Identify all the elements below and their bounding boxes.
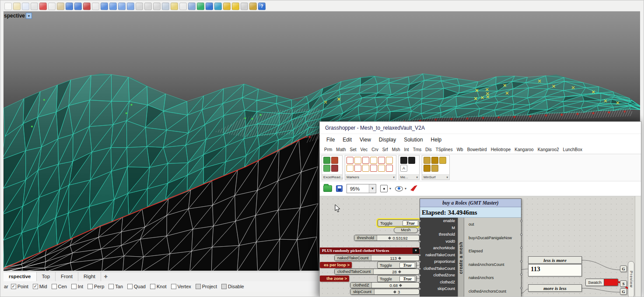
tab-Wb[interactable]: Wb bbox=[457, 147, 463, 152]
osnap-Cen-checkbox[interactable] bbox=[52, 284, 57, 289]
redo-icon[interactable] bbox=[74, 3, 82, 10]
cut-icon[interactable] bbox=[39, 3, 47, 10]
menu-View[interactable]: View bbox=[356, 137, 375, 143]
osnap-Int[interactable]: Int bbox=[71, 284, 83, 289]
toggle-proportional[interactable]: Toggle True bbox=[377, 262, 416, 269]
print-icon[interactable] bbox=[31, 3, 38, 10]
tab-Crv[interactable]: Crv bbox=[371, 147, 378, 152]
input-grip-icon[interactable] bbox=[419, 233, 421, 236]
slider-grip-icon[interactable] bbox=[393, 290, 396, 293]
input-grip-icon[interactable] bbox=[419, 220, 421, 222]
move-icon[interactable] bbox=[136, 3, 143, 10]
output-nakedAnchors[interactable]: nakedAnchors bbox=[464, 271, 521, 285]
grasshopper-title[interactable]: Grasshopper - Mesh_to_relaxedVault_V2A bbox=[320, 122, 641, 134]
tab-LunchBox[interactable]: LunchBox bbox=[563, 147, 582, 152]
rotate-icon[interactable] bbox=[144, 3, 152, 10]
menu-Solution[interactable]: Solution bbox=[400, 137, 427, 143]
input-clothedZ[interactable]: clothedZ bbox=[420, 279, 458, 286]
marker-6-icon[interactable] bbox=[386, 157, 393, 164]
marker-3-icon[interactable] bbox=[362, 157, 369, 164]
globe-blue-icon[interactable] bbox=[206, 3, 213, 10]
globe-green-icon[interactable] bbox=[197, 3, 204, 10]
panel-value-113[interactable]: 113 bbox=[528, 264, 582, 276]
input-clothedZone[interactable]: clothedZone bbox=[420, 272, 458, 279]
panel-dropdown-icon[interactable]: ▼ bbox=[413, 248, 419, 254]
preview-eye-icon[interactable] bbox=[395, 186, 403, 191]
gh-canvas[interactable]: Toggle True Mesh threshold 0.53192 PLUS … bbox=[320, 196, 635, 297]
tab-Kangaroo2[interactable]: Kangaroo2 bbox=[538, 147, 559, 152]
swatch-component[interactable]: Swatch bbox=[585, 279, 618, 286]
save-icon[interactable] bbox=[22, 3, 29, 10]
excel-read-icon[interactable] bbox=[323, 157, 330, 164]
mesh-param[interactable]: Mesh bbox=[394, 227, 418, 233]
input-grip-icon[interactable] bbox=[419, 274, 421, 276]
panel-more-is-less[interactable]: more is less bbox=[528, 284, 582, 292]
output-clothedAnchorsCount[interactable]: clothedAnchorsCount bbox=[464, 285, 521, 297]
group-label-me[interactable]: Me...▾ bbox=[399, 174, 419, 180]
input-clothedTakeCount[interactable]: clothedTakeCount bbox=[420, 265, 458, 272]
scale-icon[interactable] bbox=[153, 3, 161, 10]
osnap-Knot[interactable]: Knot bbox=[150, 284, 167, 289]
input-skipCount[interactable]: skipCount bbox=[420, 286, 458, 293]
delete-icon[interactable] bbox=[83, 3, 91, 10]
minsurf-2-icon[interactable] bbox=[431, 157, 438, 164]
tab-Int[interactable]: Int bbox=[404, 147, 409, 152]
text-tag-icon[interactable]: A bbox=[400, 165, 407, 172]
slider-grip-icon[interactable] bbox=[398, 256, 401, 259]
osnap-Vertex-checkbox[interactable] bbox=[171, 284, 176, 289]
input-proportional[interactable]: proportional bbox=[420, 258, 458, 265]
swatch-color[interactable] bbox=[604, 279, 618, 286]
slider-nakedTakeCount[interactable]: nakedTakeCount 113 bbox=[334, 255, 420, 261]
osnap-Vertex[interactable]: Vertex bbox=[171, 284, 191, 289]
open-document-icon[interactable] bbox=[323, 185, 332, 192]
slider-value[interactable]: 113 bbox=[371, 255, 419, 261]
osnap-Disable[interactable]: Disable bbox=[221, 284, 244, 289]
slider-grip-icon[interactable] bbox=[388, 236, 391, 239]
tab-Dis[interactable]: Dis bbox=[425, 147, 431, 152]
preview-tab[interactable]: Preview bbox=[628, 261, 634, 297]
component-name-vertical[interactable]: create a mesh bbox=[458, 218, 464, 297]
slider-threshold[interactable]: threshold 0.53192 bbox=[354, 235, 420, 241]
label-per-loop[interactable]: es per loop > bbox=[320, 262, 352, 268]
group-dropdown-icon[interactable]: ▾ bbox=[444, 176, 448, 179]
paste-icon[interactable] bbox=[57, 3, 64, 10]
open-file-icon[interactable] bbox=[13, 3, 21, 10]
sun-icon[interactable] bbox=[223, 3, 231, 10]
menu-Edit[interactable]: Edit bbox=[339, 137, 356, 143]
minsurf-4-icon[interactable] bbox=[424, 165, 430, 172]
tab-Trns[interactable]: Trns bbox=[413, 147, 422, 152]
osnap-Mid-checkbox[interactable] bbox=[33, 284, 38, 289]
output-Elapsed[interactable]: Elapsed bbox=[464, 244, 521, 258]
viewport-tab-Right[interactable]: Right bbox=[78, 272, 101, 281]
minsurf-5-icon[interactable] bbox=[431, 165, 438, 172]
input-enable[interactable]: enable bbox=[420, 218, 458, 225]
input-grip-icon[interactable] bbox=[419, 281, 421, 283]
marker-4-icon[interactable] bbox=[370, 157, 377, 164]
toggle-clothedZone[interactable]: Toggle True bbox=[377, 275, 416, 282]
osnap-Point[interactable]: Point bbox=[11, 284, 28, 289]
viewport-menu-arrow-icon[interactable]: ▼ bbox=[26, 13, 32, 19]
group-label-minsurf[interactable]: MinSurf▾ bbox=[422, 174, 449, 180]
zoom-level-select[interactable]: 95% ▼ bbox=[346, 184, 376, 193]
marker-10-icon[interactable] bbox=[370, 165, 377, 172]
osnap-Quad[interactable]: Quad bbox=[127, 284, 146, 289]
group-label-excelread[interactable]: ExcelRead...▾ bbox=[322, 174, 342, 180]
slider-grip-icon[interactable] bbox=[398, 270, 401, 273]
osnap-Perp-checkbox[interactable] bbox=[88, 284, 93, 289]
named-views-icon[interactable] bbox=[188, 3, 196, 10]
tab-TSplines[interactable]: TSplines bbox=[436, 147, 453, 152]
group-dropdown-icon[interactable]: ▾ bbox=[391, 176, 395, 179]
marker-7-icon[interactable] bbox=[346, 165, 354, 172]
create-mesh-component[interactable]: buy a Rolex (GMT Master) Elapsed: 34.494… bbox=[420, 198, 522, 297]
slider-value[interactable]: 0.68 bbox=[372, 283, 419, 288]
side-button-S[interactable]: S bbox=[620, 280, 627, 287]
viewport-tab-Front[interactable]: Front bbox=[56, 272, 78, 281]
input-M[interactable]: M bbox=[420, 225, 458, 232]
gears-icon[interactable] bbox=[232, 3, 239, 10]
paint-wire-icon[interactable] bbox=[410, 185, 417, 192]
earth-icon[interactable] bbox=[214, 3, 222, 10]
minsurf-3-icon[interactable] bbox=[439, 157, 446, 164]
object-properties-icon[interactable] bbox=[179, 3, 187, 10]
input-grip-icon[interactable] bbox=[419, 247, 421, 249]
input-threshold[interactable]: threshold bbox=[420, 231, 458, 238]
